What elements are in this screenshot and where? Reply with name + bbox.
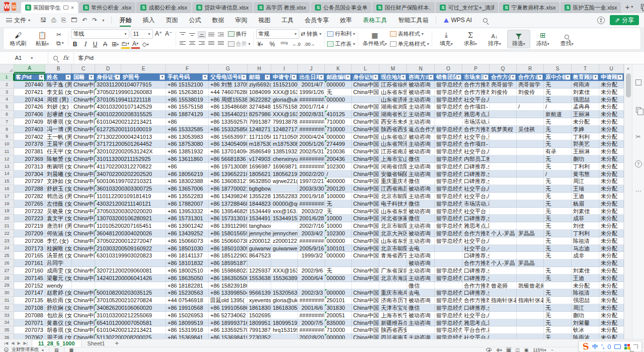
align-top-icon[interactable] [179,31,187,38]
cell-O27[interactable]: 留学总经办 [435,267,462,275]
cell-A36[interactable]: 207062 [14,334,45,339]
percent-button[interactable]: % [268,40,277,49]
filter-dropdown-col-S[interactable]: ▼ [565,74,571,80]
italic-button[interactable]: I [81,40,90,49]
wps-ai-button[interactable]: WPS AI [438,13,477,27]
cell-B28[interactable]: 梁馨元 (女 [45,275,72,282]
cell-I4[interactable]: gloria@uk( [271,96,298,104]
cell-I8[interactable]: 124827175 [271,126,298,133]
cell-K22[interactable]: 102300 [325,230,352,237]
cell-U36[interactable]: 未分配 [599,334,624,339]
cell-K23[interactable]: 000000 [325,237,352,245]
cell-R20[interactable] [517,215,544,222]
cell-F6[interactable]: +86 18874129 [166,111,209,118]
cell-M31[interactable]: 济南市历下 [379,297,407,304]
cell-R35[interactable] [517,326,544,334]
cell-K6[interactable]: 410125 [325,111,352,118]
search-button[interactable] [477,13,493,27]
cell-M21[interactable]: 北京市朝阳 [379,222,407,230]
cell-H33[interactable]: 150269534 [248,312,271,319]
cell-G35[interactable]: +86 1335925706 [209,326,248,334]
cell-C3[interactable]: China中国 [72,89,95,96]
cell-L11[interactable]: China中国 [352,148,379,155]
cell-S6[interactable]: 新航道 [544,111,572,118]
cell-L10[interactable]: China中国 [352,140,379,148]
cell-E26[interactable] [121,259,166,267]
cell-C27[interactable]: China中国 [72,267,95,275]
document-tab-4[interactable]: S高学历 教授.xlsx [254,2,310,13]
filter-dropdown-col-T[interactable]: ▼ [593,74,598,80]
cell-S19[interactable]: 无 [544,208,572,215]
document-tab-2[interactable]: S成都公积金.xlsx [136,2,191,13]
cell-G36[interactable]: +86 1536984199 [209,334,248,339]
menu-item-页面[interactable]: 页面 [160,13,183,27]
cell-B32[interactable]: 舒欣娴 (女 [45,304,72,312]
cell-T12[interactable]: 蒯玏 [572,155,599,163]
cell-D28[interactable]: 142401200006041426 [95,275,121,282]
cell-S2[interactable]: 无 [544,81,572,89]
cell-T25[interactable]: 成非 [572,252,599,259]
cell-H23[interactable]: z20001227( [248,237,271,245]
cell-A31[interactable]: 207135 [14,297,45,304]
cell-U20[interactable]: 未分配 [599,215,624,222]
cell-A3[interactable]: 207421 [14,89,45,96]
cell-A2[interactable]: 207440 [14,81,45,89]
cell-C29[interactable] [72,282,95,290]
filter-dropdown-col-O[interactable]: ▼ [456,74,461,80]
sheet-nav-arrow-0[interactable]: |◀ [4,341,8,345]
cell-J32[interactable]: 2001/6/6 [298,304,325,312]
cell-C22[interactable]: China中国 [72,230,95,237]
cell-H25[interactable]: 864752343 [248,252,271,259]
cell-P19[interactable]: 社交平台 [462,208,490,215]
cell-O8[interactable]: 留学总经办 [435,126,462,133]
row-header-24[interactable]: 24 [0,245,14,252]
cell-N22[interactable]: 被动咨询 [407,230,435,237]
cell-A24[interactable]: 207173 [14,245,45,252]
cell-D9[interactable]: 271302200004241013 [95,133,121,141]
cell-Q6[interactable] [490,111,517,118]
cell-O13[interactable]: 留学总经办 [435,163,462,170]
cell-L35[interactable]: China中国 [352,326,379,334]
redo-icon[interactable]: ↷ [92,17,97,24]
cell-L18[interactable]: China中国 [352,200,379,208]
cell-C7[interactable]: China中国 [72,118,95,126]
cell-I14[interactable]: 180562195 [271,170,298,178]
fill-color-button[interactable]: 🗀▾ [121,40,130,49]
cell-T35[interactable]: 钦冰 [572,326,599,334]
cell-U23[interactable]: 未分配 [599,237,624,245]
menu-item-效率[interactable]: 效率 [334,13,357,27]
cell-T24[interactable]: 马志迪 [572,245,599,252]
cell-C17[interactable]: China中国 [72,193,95,200]
cell-D22[interactable]: 360481200304020026 [95,230,121,237]
normal-view-icon[interactable]: ▦ [507,347,511,352]
cell-O34[interactable]: 留学总经办 [435,319,462,327]
cell-A8[interactable]: 207403 [14,126,45,133]
row-header-29[interactable]: 29 [0,282,14,290]
cell-O25[interactable] [435,252,462,259]
row-header-15[interactable]: 15 [0,178,14,185]
column-header-Q[interactable]: Q [490,64,517,73]
cell-T33[interactable]: 蒯玏 [572,312,599,319]
cell-T15[interactable]: 周江 [572,178,599,185]
cell-D35[interactable]: 610104200212213421 [95,326,121,334]
font-size-select[interactable]: 11▾ [131,29,153,39]
cell-U31[interactable]: 未分配 [599,297,624,304]
cell-J20[interactable]: 2001/6/28 [298,215,325,222]
sheet-tab-Sheet1[interactable]: Sheet1 [82,339,111,347]
cell-F22[interactable]: +86 13439252 [166,230,209,237]
cell-U19[interactable]: 未分配 [599,208,624,215]
cell-L4[interactable] [352,96,379,104]
scroll-up-icon[interactable]: ▲ [624,64,632,71]
menu-item-数据[interactable]: 数据 [206,13,229,27]
cell-J31[interactable]: ######### [298,297,325,304]
column-header-A[interactable]: A [14,64,45,73]
cell-J14[interactable]: 2002/2/20 [298,170,325,178]
cell-R25[interactable] [517,252,544,259]
cell-L36[interactable]: China中国 [352,334,379,339]
cell-G6[interactable]: +86 1354402198 [209,111,248,118]
row-header-19[interactable]: 19 [0,208,14,215]
cell-Q3[interactable]: 刘俊伶 [490,89,517,96]
cell-A7[interactable]: 207409 [14,118,45,126]
cell-R18[interactable] [517,200,544,208]
cell-Q10[interactable] [490,140,517,148]
